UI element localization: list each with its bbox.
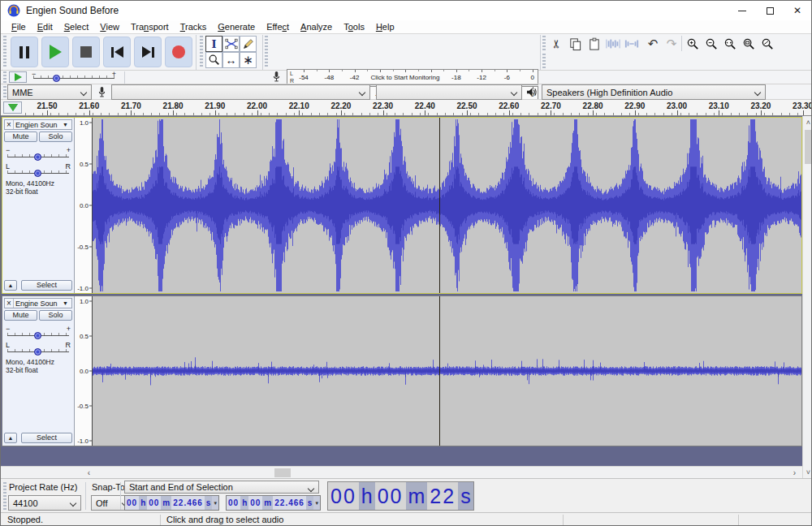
audio-position-display[interactable]: 00h00m22s▾ [327, 481, 474, 511]
track-menu-arrow-icon[interactable]: ▼ [63, 122, 71, 127]
mute-button[interactable]: Mute [4, 132, 37, 142]
track-1-title-bar[interactable]: × Engien Soun ▼ [4, 119, 72, 130]
zoom-in-button[interactable] [684, 36, 702, 52]
undo-button[interactable]: ↶ [644, 36, 662, 52]
menu-help[interactable]: Help [370, 22, 400, 32]
selection-start-time[interactable]: 00h00m22.466s▾ [124, 495, 219, 511]
trim-audio-button[interactable] [604, 36, 622, 52]
mixer-toolbar-grip[interactable] [542, 54, 546, 68]
silence-audio-button[interactable] [623, 36, 641, 52]
horizontal-scrollbar[interactable]: ‹ › [1, 466, 802, 478]
menu-edit[interactable]: Edit [32, 22, 58, 32]
vertical-scroll-thumb[interactable] [805, 130, 812, 164]
menu-file[interactable]: File [6, 22, 32, 32]
skip-to-start-button[interactable] [103, 37, 131, 67]
timeline-ruler[interactable]: 21.5021.6021.7021.8021.9022.0022.1022.20… [1, 100, 811, 116]
scroll-right-arrow[interactable]: › [788, 467, 801, 479]
track-name[interactable]: Engine Soun [14, 300, 63, 308]
solo-button[interactable]: Solo [39, 132, 72, 142]
play-at-speed-button[interactable] [9, 71, 27, 83]
time-field-dropdown-arrow[interactable]: ▾ [212, 496, 218, 510]
device-toolbar-grip[interactable] [3, 86, 6, 98]
playback-speed-slider[interactable]: −+ [32, 71, 116, 83]
track-name[interactable]: Engien Soun [14, 121, 63, 129]
cut-button[interactable]: ✂ [547, 36, 565, 52]
scroll-left-arrow[interactable]: ‹ [82, 467, 96, 479]
menu-view[interactable]: View [94, 22, 125, 32]
menu-select[interactable]: Select [58, 22, 95, 32]
pan-knob[interactable] [34, 348, 41, 356]
pan-slider[interactable]: LR [6, 343, 71, 356]
pan-slider[interactable]: LR [6, 164, 71, 178]
zoom-tool-button[interactable] [205, 52, 222, 68]
pause-button[interactable] [11, 37, 38, 67]
horizontal-scroll-thumb[interactable] [274, 468, 291, 477]
close-button[interactable]: ✕ [784, 1, 811, 20]
waveform-area-1[interactable] [93, 118, 801, 293]
selection-mode-select[interactable]: Start and End of Selection [124, 481, 319, 494]
scroll-up-arrow[interactable]: ˄ [803, 116, 812, 128]
transport-toolbar-grip[interactable] [3, 36, 6, 68]
timeline-pin-button[interactable] [3, 101, 22, 114]
select-button[interactable]: Select [21, 280, 72, 291]
vertical-scale-ruler[interactable]: 1.00.50.0-0.5-1.0 [75, 296, 93, 446]
meter-toolbar-grip[interactable] [265, 36, 268, 68]
gain-knob[interactable] [34, 153, 41, 161]
track-close-button[interactable]: × [5, 299, 14, 308]
selection-toolbar-grip[interactable] [3, 482, 6, 510]
gain-knob[interactable] [34, 332, 41, 339]
stop-button[interactable] [72, 37, 100, 67]
playback-speed-knob[interactable] [53, 75, 60, 82]
recording-device-select[interactable] [111, 84, 370, 100]
recording-channels-select[interactable] [376, 84, 522, 100]
transcription-toolbar-grip[interactable] [3, 71, 6, 83]
project-rate-select[interactable]: 44100 [8, 495, 81, 511]
gain-slider[interactable]: −+ [6, 148, 71, 162]
fit-selection-button[interactable] [721, 36, 739, 52]
audio-host-select[interactable]: MME [7, 84, 92, 100]
envelope-tool-button[interactable] [222, 36, 240, 52]
collapse-button[interactable]: ▲ [4, 433, 17, 443]
time-field-dropdown-arrow[interactable]: ▾ [473, 482, 474, 510]
edit-toolbar-grip[interactable] [542, 36, 546, 50]
time-field-dropdown-arrow[interactable]: ▾ [313, 496, 320, 510]
redo-button[interactable]: ↷ [663, 36, 680, 52]
scroll-down-arrow[interactable]: ˅ [803, 466, 812, 478]
select-button[interactable]: Select [21, 433, 72, 443]
zoom-out-button[interactable] [702, 36, 720, 52]
menu-tools[interactable]: Tools [338, 22, 370, 32]
copy-button[interactable] [566, 36, 584, 52]
gain-slider[interactable]: −+ [6, 326, 71, 340]
pan-knob[interactable] [34, 170, 41, 177]
draw-tool-button[interactable] [240, 36, 257, 52]
multi-tool-button[interactable]: ∗ [240, 52, 257, 68]
collapse-button[interactable]: ▲ [4, 280, 17, 291]
solo-button[interactable]: Solo [39, 310, 72, 321]
selection-tool-button[interactable]: I [205, 36, 222, 52]
skip-to-end-button[interactable] [134, 37, 162, 67]
play-button[interactable] [41, 37, 69, 67]
menu-generate[interactable]: Generate [212, 22, 261, 32]
paste-button[interactable] [585, 36, 603, 52]
track-2-title-bar[interactable]: × Engine Soun ▼ [4, 298, 72, 308]
track-area[interactable]: × Engien Soun ▼ Mute Solo −+ LR Mono, 44… [1, 116, 811, 466]
record-button[interactable] [165, 37, 192, 67]
track-menu-arrow-icon[interactable]: ▼ [63, 300, 71, 306]
waveform-area-2[interactable] [93, 296, 801, 446]
menu-transport[interactable]: Transport [125, 22, 175, 32]
maximize-button[interactable] [756, 1, 784, 20]
selection-end-time[interactable]: 00h00m22.466s▾ [226, 495, 321, 511]
minimize-button[interactable] [728, 1, 756, 20]
playback-device-select[interactable]: Speakers (High Definition Audio [542, 84, 766, 100]
menu-effect[interactable]: Effect [261, 22, 295, 32]
zoom-toggle-button[interactable] [758, 36, 776, 52]
vertical-scale-ruler[interactable]: 1.00.50.0-0.5-1.0 [75, 118, 93, 293]
fit-project-button[interactable] [740, 36, 758, 52]
tools-toolbar-grip[interactable] [200, 36, 203, 68]
track-close-button[interactable]: × [5, 120, 14, 129]
menu-analyze[interactable]: Analyze [295, 22, 338, 32]
vertical-scrollbar[interactable]: ˄ ˅ [802, 116, 812, 478]
menu-tracks[interactable]: Tracks [175, 22, 213, 32]
mute-button[interactable]: Mute [4, 310, 37, 321]
time-shift-tool-button[interactable]: ↔ [222, 52, 240, 68]
